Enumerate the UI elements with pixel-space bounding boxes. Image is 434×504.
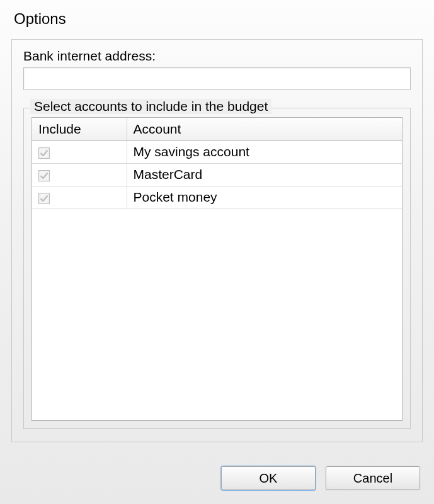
svg-rect-2 xyxy=(39,193,50,204)
table-row[interactable]: My savings account xyxy=(32,140,402,163)
options-dialog: Options Bank internet address: Select ac… xyxy=(0,0,434,504)
svg-rect-0 xyxy=(39,148,50,159)
dialog-button-row: OK Cancel xyxy=(221,466,420,490)
account-name-cell: Pocket money xyxy=(127,186,402,209)
table-row[interactable]: MasterCard xyxy=(32,163,402,186)
col-header-include[interactable]: Include xyxy=(32,118,127,140)
accounts-group-legend: Select accounts to include in the budget xyxy=(30,99,271,114)
options-panel: Bank internet address: Select accounts t… xyxy=(11,39,423,442)
svg-rect-1 xyxy=(39,171,50,181)
bank-address-input[interactable] xyxy=(23,67,411,90)
table-row[interactable]: Pocket money xyxy=(32,186,402,209)
dialog-title: Options xyxy=(14,10,423,28)
checkbox-icon[interactable] xyxy=(38,192,50,203)
checkbox-icon[interactable] xyxy=(38,169,50,181)
account-name-cell: My savings account xyxy=(127,140,402,163)
bank-address-label: Bank internet address: xyxy=(23,49,411,64)
col-header-account[interactable]: Account xyxy=(127,118,402,140)
accounts-groupbox: Select accounts to include in the budget… xyxy=(23,108,411,429)
account-name-cell: MasterCard xyxy=(127,163,402,186)
cancel-button[interactable]: Cancel xyxy=(326,466,420,490)
accounts-header-row: Include Account xyxy=(32,118,402,140)
accounts-table: Include Account xyxy=(32,118,402,209)
accounts-grid: Include Account xyxy=(31,117,403,421)
ok-button[interactable]: OK xyxy=(221,466,316,490)
checkbox-icon[interactable] xyxy=(38,147,50,158)
